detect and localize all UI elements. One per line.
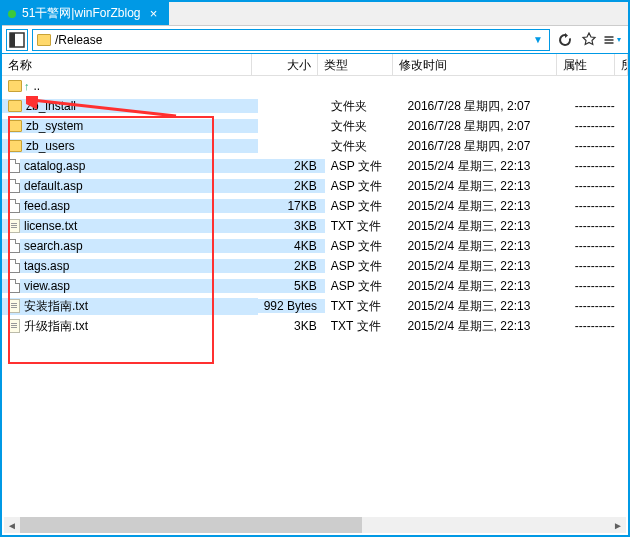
file-type: TXT 文件 xyxy=(325,318,402,335)
table-row[interactable]: search.asp4KBASP 文件2015/2/4 星期三, 22:13--… xyxy=(2,236,628,256)
file-name: default.asp xyxy=(24,179,83,193)
table-row[interactable]: license.txt3KBTXT 文件2015/2/4 星期三, 22:13-… xyxy=(2,216,628,236)
file-modified: 2015/2/4 星期三, 22:13 xyxy=(402,258,569,275)
file-type: ASP 文件 xyxy=(325,258,402,275)
file-size: 4KB xyxy=(258,239,325,253)
layout-toggle-button[interactable] xyxy=(6,29,28,51)
table-row[interactable]: 安装指南.txt992 BytesTXT 文件2015/2/4 星期三, 22:… xyxy=(2,296,628,316)
file-attr: ---------- xyxy=(569,219,628,233)
folder-icon xyxy=(8,100,22,112)
file-modified: 2015/2/4 星期三, 22:13 xyxy=(402,178,569,195)
table-row[interactable]: zb_system文件夹2016/7/28 星期四, 2:07---------… xyxy=(2,116,628,136)
chevron-down-icon: ▾ xyxy=(615,35,623,44)
view-mode-button[interactable]: ▾ xyxy=(602,29,624,51)
table-row[interactable]: view.asp5KBASP 文件2015/2/4 星期三, 22:13----… xyxy=(2,276,628,296)
file-size: 992 Bytes xyxy=(258,299,325,313)
file-attr: ---------- xyxy=(569,279,628,293)
parent-dir-label: .. xyxy=(34,79,41,93)
file-modified: 2015/2/4 星期三, 22:13 xyxy=(402,198,569,215)
col-header-size[interactable]: 大小 xyxy=(252,54,318,75)
up-arrow-icon: ↑ xyxy=(24,80,30,92)
file-type: TXT 文件 xyxy=(325,298,402,315)
file-type: ASP 文件 xyxy=(325,198,402,215)
file-type: TXT 文件 xyxy=(325,218,402,235)
file-icon xyxy=(8,259,20,273)
file-type: 文件夹 xyxy=(325,118,402,135)
file-name: tags.asp xyxy=(24,259,69,273)
table-row[interactable]: feed.asp17KBASP 文件2015/2/4 星期三, 22:13---… xyxy=(2,196,628,216)
file-modified: 2016/7/28 星期四, 2:07 xyxy=(402,118,569,135)
file-name: view.asp xyxy=(24,279,70,293)
file-modified: 2015/2/4 星期三, 22:13 xyxy=(402,238,569,255)
svg-rect-1 xyxy=(10,33,15,47)
file-name: zb_install xyxy=(26,99,76,113)
file-modified: 2016/7/28 星期四, 2:07 xyxy=(402,138,569,155)
chevron-down-icon[interactable]: ▼ xyxy=(531,34,545,45)
scroll-right-icon[interactable]: ► xyxy=(610,517,626,533)
table-row[interactable]: zb_users文件夹2016/7/28 星期四, 2:07---------- xyxy=(2,136,628,156)
close-icon[interactable]: × xyxy=(147,7,161,21)
table-row[interactable]: 升级指南.txt3KBTXT 文件2015/2/4 星期三, 22:13----… xyxy=(2,316,628,336)
file-icon xyxy=(8,239,20,253)
toolbar: /Release ▼ ▾ xyxy=(2,26,628,54)
col-header-attr[interactable]: 属性 xyxy=(557,54,615,75)
file-type: ASP 文件 xyxy=(325,178,402,195)
file-name: zb_users xyxy=(26,139,75,153)
file-modified: 2015/2/4 星期三, 22:13 xyxy=(402,298,569,315)
scrollbar-thumb[interactable] xyxy=(20,517,362,533)
file-name: zb_system xyxy=(26,119,83,133)
file-size: 2KB xyxy=(258,159,325,173)
col-header-name[interactable]: 名称 xyxy=(2,54,252,75)
folder-icon xyxy=(8,80,22,92)
file-list: ↑ .. zb_install文件夹2016/7/28 星期四, 2:07---… xyxy=(2,76,628,517)
tab-title: 51干警网|winForZblog xyxy=(22,5,141,22)
refresh-button[interactable] xyxy=(554,29,576,51)
file-type: ASP 文件 xyxy=(325,238,402,255)
col-header-type[interactable]: 类型 xyxy=(318,54,393,75)
file-modified: 2016/7/28 星期四, 2:07 xyxy=(402,98,569,115)
file-name: 安装指南.txt xyxy=(24,298,88,315)
file-type: 文件夹 xyxy=(325,138,402,155)
file-modified: 2015/2/4 星期三, 22:13 xyxy=(402,278,569,295)
horizontal-scrollbar[interactable]: ◄ ► xyxy=(4,517,626,533)
file-attr: ---------- xyxy=(569,239,628,253)
file-type: ASP 文件 xyxy=(325,278,402,295)
file-icon xyxy=(8,279,20,293)
txt-icon xyxy=(8,219,20,233)
file-attr: ---------- xyxy=(569,259,628,273)
txt-icon xyxy=(8,319,20,333)
scroll-left-icon[interactable]: ◄ xyxy=(4,517,20,533)
file-type: 文件夹 xyxy=(325,98,402,115)
svg-rect-4 xyxy=(605,42,614,44)
bookmark-button[interactable] xyxy=(578,29,600,51)
file-icon xyxy=(8,199,20,213)
file-attr: ---------- xyxy=(569,299,628,313)
tab-bar: 51干警网|winForZblog × xyxy=(2,2,628,26)
col-header-modified[interactable]: 修改时间 xyxy=(393,54,557,75)
path-text: /Release xyxy=(55,33,102,47)
path-input[interactable]: /Release ▼ xyxy=(32,29,550,51)
column-headers: 名称 大小 类型 修改时间 属性 所 xyxy=(2,54,628,76)
parent-dir-row[interactable]: ↑ .. xyxy=(2,76,628,96)
file-attr: ---------- xyxy=(569,139,628,153)
file-attr: ---------- xyxy=(569,119,628,133)
file-size: 2KB xyxy=(258,179,325,193)
folder-icon xyxy=(8,140,22,152)
table-row[interactable]: tags.asp2KBASP 文件2015/2/4 星期三, 22:13----… xyxy=(2,256,628,276)
txt-icon xyxy=(8,299,20,313)
file-icon xyxy=(8,179,20,193)
svg-rect-2 xyxy=(605,36,614,38)
file-modified: 2015/2/4 星期三, 22:13 xyxy=(402,158,569,175)
file-size: 3KB xyxy=(258,319,325,333)
folder-icon xyxy=(8,120,22,132)
tab-active[interactable]: 51干警网|winForZblog × xyxy=(2,2,169,25)
table-row[interactable]: zb_install文件夹2016/7/28 星期四, 2:07--------… xyxy=(2,96,628,116)
col-header-owner[interactable]: 所 xyxy=(615,54,628,75)
file-size: 5KB xyxy=(258,279,325,293)
file-modified: 2015/2/4 星期三, 22:13 xyxy=(402,218,569,235)
file-attr: ---------- xyxy=(569,199,628,213)
file-size: 2KB xyxy=(258,259,325,273)
table-row[interactable]: default.asp2KBASP 文件2015/2/4 星期三, 22:13-… xyxy=(2,176,628,196)
table-row[interactable]: catalog.asp2KBASP 文件2015/2/4 星期三, 22:13-… xyxy=(2,156,628,176)
file-icon xyxy=(8,159,20,173)
